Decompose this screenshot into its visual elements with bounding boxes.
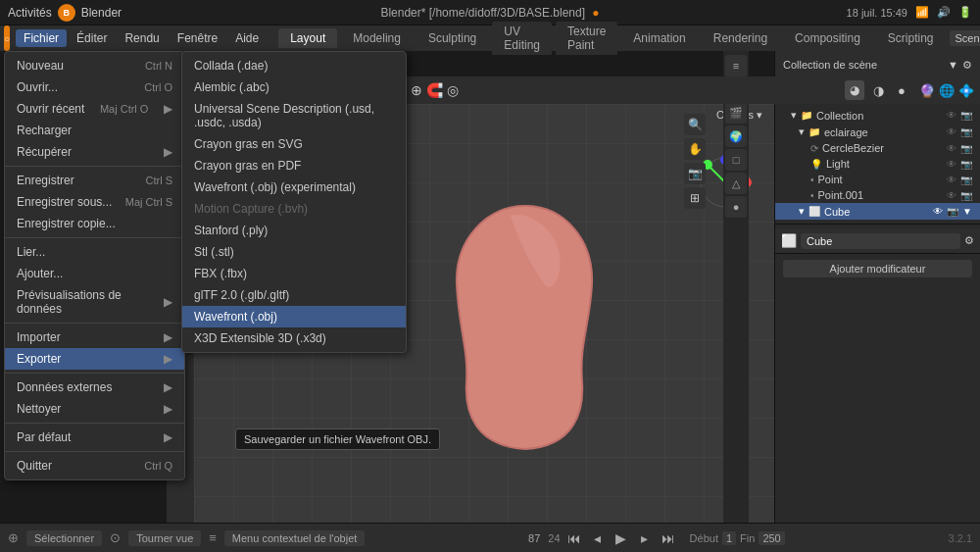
eye-icon-7[interactable]: 👁 <box>933 206 943 217</box>
tab-animation[interactable]: Animation <box>621 28 697 48</box>
render-icon-2[interactable]: 📷 <box>960 126 972 137</box>
tab-layout[interactable]: Layout <box>278 28 337 48</box>
menu-lier[interactable]: Lier... <box>5 241 184 263</box>
outliner-eye-icon[interactable]: 👁 <box>947 110 956 121</box>
tab-modeling[interactable]: Modeling <box>341 28 413 48</box>
play-button[interactable]: ▶ <box>612 528 631 548</box>
export-grease-svg[interactable]: Crayon gras en SVG <box>182 133 406 155</box>
export-stl[interactable]: Stl (.stl) <box>182 241 406 263</box>
overlay-toggle[interactable]: 🌐 <box>939 83 955 98</box>
pan-icon[interactable]: ✋ <box>684 138 706 160</box>
add-modifier-button[interactable]: Ajouter modificateur <box>783 260 972 277</box>
object-name-field[interactable]: Cube <box>801 233 960 249</box>
blender-label[interactable]: Blender <box>81 6 122 20</box>
menu-exporter[interactable]: Exporter ▶ <box>5 348 184 370</box>
outliner-settings-icon[interactable]: ⚙ <box>962 59 972 72</box>
menu-quitter[interactable]: Quitter Ctrl Q <box>5 455 184 477</box>
cursor-icon[interactable]: ⊕ <box>411 82 422 98</box>
export-wavefront-obj[interactable]: Wavefront (.obj) <box>182 306 406 327</box>
object-tab[interactable]: □ <box>725 149 747 171</box>
eye-icon-6[interactable]: 👁 <box>947 190 956 201</box>
menu-nouveau[interactable]: Nouveau Ctrl N <box>5 55 184 76</box>
menu-recuperer[interactable]: Récupérer ▶ <box>5 141 184 163</box>
menu-ajouter[interactable]: Ajouter... <box>5 263 184 284</box>
render-icon-7[interactable]: 📷 <box>947 206 958 217</box>
outliner-filter-icon[interactable]: ▼ <box>948 59 958 72</box>
menu-rendu[interactable]: Rendu <box>117 29 167 47</box>
outliner-render-icon[interactable]: 📷 <box>960 110 972 121</box>
outliner-item-cube[interactable]: ▾ ⬜ Cube 👁 📷 ▼ <box>775 203 980 220</box>
prev-frame-button[interactable]: ◂ <box>588 528 608 548</box>
outliner-item-point001[interactable]: • Point.001 👁 📷 <box>775 187 980 203</box>
context-menu-button[interactable]: Menu contextuel de l'objet <box>224 530 365 546</box>
select-button[interactable]: Sélectionner <box>26 530 102 546</box>
menu-enregistrer-copie[interactable]: Enregistrer copie... <box>5 213 184 234</box>
tab-rendering[interactable]: Rendering <box>702 28 779 48</box>
scene-tab[interactable]: 🎬 <box>725 102 747 124</box>
export-stanford[interactable]: Stanford (.ply) <box>182 220 406 241</box>
render-icon-5[interactable]: 📷 <box>960 175 972 185</box>
tab-uv[interactable]: UV Editing <box>492 22 552 55</box>
viewport-shading-solid[interactable]: ◕ <box>845 80 864 100</box>
outliner-tab[interactable]: ≡ <box>725 55 747 76</box>
proportional-icon[interactable]: ◎ <box>447 82 459 98</box>
outliner-item-point[interactable]: • Point 👁 📷 <box>775 172 980 187</box>
render-icon-4[interactable]: 📷 <box>960 159 972 170</box>
material-tab[interactable]: ● <box>725 196 747 218</box>
export-alembic[interactable]: Alembic (.abc) <box>182 76 406 98</box>
turn-view-button[interactable]: Tourner vue <box>128 530 201 546</box>
export-gltf[interactable]: glTF 2.0 (.glb/.gltf) <box>182 284 406 306</box>
menu-editer[interactable]: Éditer <box>69 29 115 47</box>
next-frame-button[interactable]: ▸ <box>635 528 655 548</box>
snap-icon[interactable]: 🧲 <box>426 82 443 98</box>
export-x3d[interactable]: X3D Extensible 3D (.x3d) <box>182 327 406 349</box>
xray-toggle[interactable]: 💠 <box>958 83 974 98</box>
menu-fenetre[interactable]: Fenêtre <box>170 29 225 47</box>
outliner-item-cerclebezier[interactable]: ⟳ CercleBezier 👁 📷 <box>775 140 980 156</box>
tab-sculpting[interactable]: Sculpting <box>416 28 488 48</box>
end-val[interactable]: 250 <box>759 531 784 545</box>
menu-ouvrir[interactable]: Ouvrir... Ctrl O <box>5 76 184 98</box>
zoom-icon[interactable]: 🔍 <box>684 114 706 135</box>
filter-icon[interactable]: ▼ <box>962 206 972 217</box>
menu-aide[interactable]: Aide <box>227 29 267 47</box>
menu-importer[interactable]: Importer ▶ <box>5 326 184 348</box>
menu-enregistrer-sous[interactable]: Enregistrer sous... Maj Ctrl S <box>5 191 184 213</box>
tab-scripting[interactable]: Scripting <box>876 28 946 48</box>
eye-icon-2[interactable]: 👁 <box>947 126 956 137</box>
camera-icon[interactable]: 📷 <box>684 163 706 184</box>
menu-enregistrer[interactable]: Enregistrer Ctrl S <box>5 170 184 191</box>
blender-logo[interactable]: B <box>58 4 75 22</box>
menu-par-defaut[interactable]: Par défaut ▶ <box>5 427 184 448</box>
skip-end-button[interactable]: ⏭ <box>659 528 678 548</box>
menu-recharger[interactable]: Recharger <box>5 120 184 141</box>
grid-icon[interactable]: ⊞ <box>684 187 706 209</box>
menu-fichier[interactable]: Fichier <box>16 29 67 47</box>
export-usd[interactable]: Universal Scene Description (.usd, .usdc… <box>182 98 406 133</box>
scene-selector[interactable]: Scene <box>950 30 981 46</box>
export-wavefront-experimental[interactable]: Wavefront (.obj) (experimental) <box>182 176 406 198</box>
viewport-shading-material[interactable]: ◑ <box>868 80 888 100</box>
activities-label[interactable]: Activités <box>8 6 52 20</box>
tab-texture[interactable]: Texture Paint <box>556 22 617 55</box>
viewport-shading-rendered[interactable]: ● <box>892 80 911 100</box>
menu-nettoyer[interactable]: Nettoyer ▶ <box>5 398 184 420</box>
export-fbx[interactable]: FBX (.fbx) <box>182 263 406 284</box>
mesh-tab[interactable]: △ <box>725 173 747 194</box>
eye-icon-5[interactable]: 👁 <box>947 175 956 185</box>
eye-icon-4[interactable]: 👁 <box>947 159 956 170</box>
prop-settings-icon[interactable]: ⚙ <box>964 234 974 247</box>
render-icon-6[interactable]: 📷 <box>960 190 972 201</box>
menu-donnees-externes[interactable]: Données externes ▶ <box>5 376 184 398</box>
export-grease-pdf[interactable]: Crayon gras en PDF <box>182 155 406 176</box>
tab-compositing[interactable]: Compositing <box>783 28 872 48</box>
outliner-item-light[interactable]: 💡 Light 👁 📷 <box>775 156 980 172</box>
render-icon-3[interactable]: 📷 <box>960 143 972 154</box>
eye-icon-3[interactable]: 👁 <box>947 143 956 154</box>
menu-ouvrir-recent[interactable]: Ouvrir récent Maj Ctrl O ▶ <box>5 98 184 120</box>
outliner-item-collection[interactable]: ▾ 📁 Collection 👁 📷 <box>775 107 980 124</box>
start-val[interactable]: 1 <box>722 531 736 545</box>
menu-previsualisations[interactable]: Prévisualisations de données ▶ <box>5 284 184 320</box>
gizmo-toggle[interactable]: 🔮 <box>919 83 935 98</box>
export-collada[interactable]: Collada (.dae) <box>182 55 406 76</box>
